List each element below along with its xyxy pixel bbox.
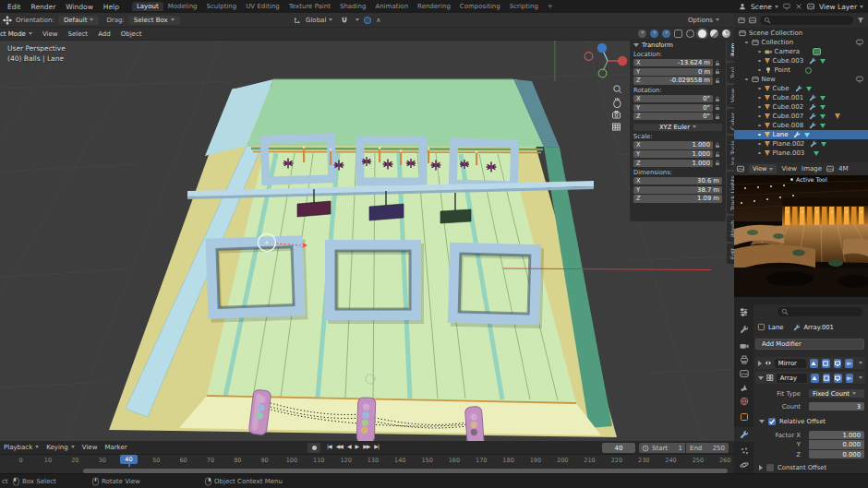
playback-button[interactable]: ▶ — [356, 443, 359, 449]
scale-z-field[interactable]: Z1.000 — [633, 160, 713, 167]
tab-tool-icon[interactable] — [734, 323, 753, 336]
playback-menu[interactable]: Playback — [4, 444, 39, 451]
factor-x-field[interactable]: 1.000 — [809, 431, 864, 440]
rotation-x-field[interactable]: X0° — [633, 95, 713, 102]
lock-icon[interactable] — [715, 104, 720, 111]
modifier-icon[interactable] — [809, 103, 816, 111]
options-dropdown[interactable]: Options — [688, 17, 719, 24]
relative-offset-checkbox[interactable] — [768, 418, 776, 425]
outliner-row-cube-002[interactable]: Cube.002 — [734, 102, 868, 112]
tab-object-icon[interactable] — [734, 411, 753, 423]
realtime-toggle[interactable] — [834, 374, 841, 383]
tab-modifiers-icon-active[interactable] — [734, 427, 753, 442]
gizmos-toggle-icon[interactable] — [650, 30, 658, 38]
frame-end-field[interactable]: End250 — [686, 443, 729, 453]
rotation-y-field[interactable]: Y0° — [633, 104, 713, 112]
properties-search-input[interactable] — [778, 307, 862, 316]
tab-world-icon[interactable] — [734, 395, 753, 408]
menu-window[interactable]: Window — [66, 3, 93, 11]
solid-shading-icon[interactable] — [698, 30, 706, 38]
rotation-mode-dropdown[interactable]: XYZ Euler — [633, 124, 722, 131]
modifier-icon[interactable] — [795, 85, 802, 92]
image-image-menu[interactable]: Image — [802, 165, 822, 173]
playback-button[interactable]: ◀ — [347, 443, 351, 449]
material-shading-icon[interactable] — [710, 30, 718, 38]
modifier-icon[interactable] — [793, 131, 801, 138]
exclude-viewlayer-icon[interactable] — [856, 39, 863, 46]
tab-compositing[interactable]: Compositing — [455, 2, 505, 11]
editor-type-icon[interactable] — [734, 305, 753, 318]
playback-button[interactable]: ▶| — [374, 443, 379, 449]
lock-icon[interactable] — [715, 160, 720, 166]
outliner-search-input[interactable] — [760, 16, 853, 25]
select-menu[interactable]: Select — [68, 30, 89, 38]
lock-icon[interactable] — [715, 68, 720, 75]
drag-dropdown[interactable]: Select Box — [128, 16, 180, 25]
outliner-row-new[interactable]: New — [734, 75, 868, 84]
filter-icon[interactable] — [857, 17, 864, 24]
tab-rendering[interactable]: Rendering — [413, 2, 455, 11]
rendered-shading-icon[interactable] — [722, 30, 730, 38]
modifier-extras-dropdown[interactable] — [856, 360, 862, 367]
lock-icon[interactable] — [715, 77, 720, 84]
editmode-toggle[interactable] — [811, 374, 818, 383]
playback-button[interactable]: |◀ — [327, 443, 332, 449]
outliner-row-point[interactable]: Point — [734, 65, 868, 75]
tab-particles-icon[interactable] — [734, 445, 753, 458]
render-toggle[interactable] — [845, 359, 853, 368]
outliner-row-scene-collection[interactable]: Scene Collection — [734, 29, 868, 38]
image-browse-icon[interactable] — [826, 165, 834, 173]
image-view-menu[interactable]: View — [781, 165, 797, 173]
array-modifier-header[interactable]: Array — [755, 372, 865, 384]
scale-x-field[interactable]: X1.000 — [633, 141, 713, 149]
fit-type-dropdown[interactable]: Fixed Count — [809, 389, 864, 399]
menu-edit[interactable]: Edit — [7, 3, 21, 11]
snap-target-dropdown[interactable] — [353, 17, 359, 24]
menu-render[interactable]: Render — [31, 3, 56, 11]
transform-panel-title[interactable]: Transform — [642, 42, 673, 49]
add-menu[interactable]: Add — [98, 30, 111, 38]
location-z-field[interactable]: Z-0.029558 m — [633, 77, 713, 84]
outliner-display-mode-icon[interactable] — [738, 17, 745, 24]
tab-sculpting[interactable]: Sculpting — [202, 2, 242, 11]
modifier-icon[interactable] — [810, 140, 817, 148]
frame-start-field[interactable]: Start1 — [639, 443, 685, 453]
editor-type-icon[interactable] — [737, 165, 744, 173]
location-x-field[interactable]: X-13.624 m — [633, 59, 713, 66]
outliner-row-cube-003[interactable]: Cube.003 — [734, 56, 868, 65]
dimensions-x-field[interactable]: X30.6 m — [633, 177, 722, 184]
outliner-row-cube-001[interactable]: Cube.001 — [734, 93, 868, 102]
tab-modeling[interactable]: Modeling — [163, 2, 202, 11]
bowling-alley-photo[interactable] — [734, 175, 868, 297]
outliner-row-camera[interactable]: Camera — [734, 47, 868, 56]
lock-icon[interactable] — [715, 96, 720, 102]
mode-dropdown[interactable]: ct Mode — [0, 30, 32, 38]
proportional-editing-icon[interactable] — [364, 17, 371, 24]
viewport-canvas[interactable] — [0, 41, 734, 441]
constant-offset-checkbox[interactable] — [766, 464, 774, 471]
outliner-row-collection[interactable]: Collection — [734, 38, 868, 47]
lock-icon[interactable] — [715, 142, 720, 149]
outliner-row-plane-002[interactable]: Plane.002 — [734, 139, 868, 149]
exclude-viewlayer-icon[interactable] — [856, 76, 863, 83]
factor-y-field[interactable]: 0.000 — [809, 440, 864, 449]
dimensions-y-field[interactable]: Y38.7 m — [633, 186, 722, 194]
tab-output-icon[interactable] — [734, 353, 753, 366]
tab-layout[interactable]: Layout — [132, 2, 163, 11]
scene-selector[interactable]: Scene — [751, 3, 778, 11]
marker-menu[interactable]: Marker — [104, 444, 127, 451]
modifier-icon[interactable] — [809, 94, 816, 101]
menu-help[interactable]: Help — [103, 3, 119, 11]
cage-toggle[interactable] — [823, 374, 830, 383]
modifier-icon[interactable] — [809, 57, 816, 65]
image-mode-dropdown[interactable]: View — [749, 164, 777, 173]
render-toggle[interactable] — [846, 374, 853, 383]
wireframe-shading-icon[interactable] — [686, 30, 694, 38]
timeline-scrollbar[interactable] — [83, 469, 728, 473]
outliner-row-cube[interactable]: Cube — [734, 84, 868, 93]
scale-y-field[interactable]: Y1.000 — [633, 150, 713, 158]
image-name[interactable]: 4M — [838, 165, 849, 173]
playhead-line[interactable] — [128, 464, 130, 467]
visibility-dropdown[interactable] — [638, 30, 646, 38]
unlink-scene-icon[interactable] — [795, 3, 802, 10]
